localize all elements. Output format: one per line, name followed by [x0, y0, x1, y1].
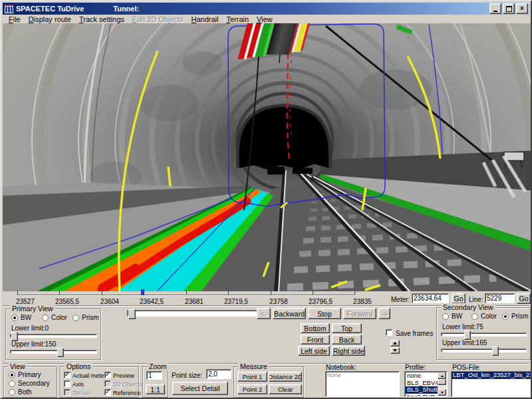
notebook-listbox[interactable]: none — [325, 371, 400, 397]
speed-slider-thumb[interactable] — [128, 309, 136, 319]
top-view-button[interactable]: Top — [332, 323, 362, 333]
view-primary-radio[interactable] — [9, 372, 15, 378]
line-go-button[interactable]: Go — [517, 293, 531, 304]
secondary-prism-label: Prism — [511, 313, 529, 320]
ruler-tick — [102, 291, 102, 295]
profile-item-selected[interactable]: BLS_Shuttle — [406, 386, 438, 394]
preview-checkbox[interactable] — [104, 372, 111, 378]
actual-meter-checkbox[interactable] — [64, 372, 70, 378]
spin-up-button[interactable] — [390, 340, 400, 346]
primary-prism-label: Prism — [82, 314, 99, 321]
stop-button[interactable]: Stop — [308, 308, 341, 319]
primary-bw-label: BW — [21, 314, 31, 321]
primary-lower-thumb[interactable] — [11, 332, 18, 341]
zoom-1to1-button[interactable]: 1:1 — [146, 384, 165, 394]
ruler-label: 23642,5 — [133, 298, 170, 305]
bottom-view-button[interactable]: Bottom — [301, 323, 330, 333]
primary-upper-slider[interactable] — [10, 350, 97, 354]
point-size-input[interactable] — [206, 369, 231, 379]
ruler-label: 23796,5 — [302, 298, 339, 305]
ruler-position-marker[interactable] — [141, 289, 144, 295]
ruler-label: 23681 — [176, 298, 213, 305]
view-group: View Primary Secondary Both — [3, 366, 57, 398]
point1-button[interactable]: Point 1 — [237, 372, 267, 382]
primary-color-radio[interactable] — [42, 315, 49, 321]
reference-checkbox[interactable] — [104, 389, 111, 396]
minimize-button[interactable] — [489, 3, 501, 14]
backward-button[interactable]: Backward — [273, 308, 306, 319]
speed-slider[interactable] — [127, 310, 257, 317]
scroll-up-button[interactable] — [438, 372, 446, 379]
secondary-upper-slider[interactable] — [441, 348, 527, 352]
close-button[interactable]: × — [516, 3, 528, 14]
view-both-label: Both — [18, 388, 32, 396]
meter-go-button[interactable]: Go — [452, 293, 466, 304]
secondary-lower-thumb[interactable] — [464, 331, 471, 340]
right-side-button[interactable]: Right side — [332, 346, 365, 356]
primary-lower-slider[interactable] — [10, 334, 97, 338]
profile-listbox[interactable]: none BLS_EBV4_S BLS_Shuttle bav3 TUP — [404, 371, 448, 397]
primary-prism-radio[interactable] — [72, 315, 79, 321]
view-both-radio[interactable] — [9, 389, 15, 396]
primary-view-group: Primary View BW Color Prism Lower limit:… — [5, 309, 101, 360]
scroll-down-button[interactable] — [438, 389, 446, 396]
scrollbar-thumb[interactable] — [438, 379, 446, 385]
point-size-label: Point size: — [172, 372, 202, 379]
point2-button[interactable]: Point 2 — [237, 384, 267, 394]
secondary-upper-thumb[interactable] — [492, 346, 499, 356]
axis-checkbox[interactable] — [64, 380, 70, 387]
menu-bar: File Display route Track settings Edit 3… — [3, 15, 529, 23]
ruler-line[interactable] — [17, 295, 355, 296]
line-label: Line: — [469, 296, 483, 303]
zoom-input[interactable] — [146, 371, 162, 380]
save-frames-checkbox[interactable] — [386, 329, 392, 336]
select-detail-button[interactable]: Select Detail — [172, 382, 228, 395]
menu-view[interactable]: View — [253, 15, 277, 23]
menu-terrain[interactable]: Terrain — [222, 15, 253, 23]
view-secondary-radio[interactable] — [9, 380, 15, 387]
secondary-lower-slider[interactable] — [441, 332, 527, 336]
notebook-item[interactable]: none — [326, 372, 399, 379]
actual-meter-label: Actual meter — [72, 372, 106, 379]
front-view-button[interactable]: Front — [301, 334, 330, 344]
options-group: Options Actual meter Axis Terrain Previe… — [60, 366, 139, 398]
close-icon: × — [520, 5, 524, 12]
primary-bw-radio[interactable] — [11, 315, 18, 321]
menu-file[interactable]: File — [5, 15, 25, 23]
title-bar[interactable]: SPACETEC TuDrive Tunnel: × — [3, 3, 529, 15]
clear-button[interactable]: Clear — [269, 384, 302, 394]
primary-upper-thumb[interactable] — [57, 348, 64, 357]
profile-item[interactable]: bav3 TUP — [406, 394, 438, 397]
axis-label: Axis — [72, 381, 84, 388]
tunnel-end-equipment2 — [293, 168, 313, 174]
spin-down-button[interactable] — [390, 347, 400, 354]
terrain-checkbox — [64, 389, 70, 396]
menu-track-settings[interactable]: Track settings — [75, 15, 128, 23]
forward-button: Forward — [343, 308, 376, 319]
profile-item[interactable]: BLS_EBV4_S — [406, 380, 438, 387]
tunnel-viewport[interactable] — [3, 23, 532, 291]
secondary-bw-label: BW — [452, 313, 462, 320]
distance-2d-button[interactable]: Distance 2D — [269, 372, 302, 382]
step-back-button: <- — [257, 308, 271, 319]
line-input[interactable] — [485, 293, 515, 303]
profile-scrollbar[interactable] — [438, 372, 446, 396]
ruler-label: 23719,5 — [217, 298, 255, 305]
ruler-tick — [228, 291, 229, 295]
minimize-icon — [493, 11, 497, 12]
restore-icon — [506, 6, 512, 12]
secondary-color-radio[interactable] — [471, 313, 478, 320]
primary-lower-label: Lower limit:0 — [11, 325, 49, 332]
menu-display-route[interactable]: Display route — [25, 15, 75, 23]
restore-button[interactable] — [503, 3, 515, 14]
back-view-button[interactable]: Back — [332, 334, 362, 344]
meter-input[interactable] — [412, 293, 449, 303]
secondary-bw-radio[interactable] — [442, 313, 449, 320]
pos-file-listbox[interactable]: LBT_Ost_km_23527_bis_23 — [451, 371, 531, 397]
left-side-button[interactable]: Left side — [298, 346, 330, 356]
zoom-group-title: Zoom — [147, 362, 169, 370]
pos-file-item-selected[interactable]: LBT_Ost_km_23527_bis_23 — [452, 372, 531, 379]
profile-item[interactable]: none — [406, 372, 438, 380]
menu-handrail[interactable]: Handrail — [187, 15, 222, 23]
secondary-prism-radio[interactable] — [502, 313, 509, 320]
